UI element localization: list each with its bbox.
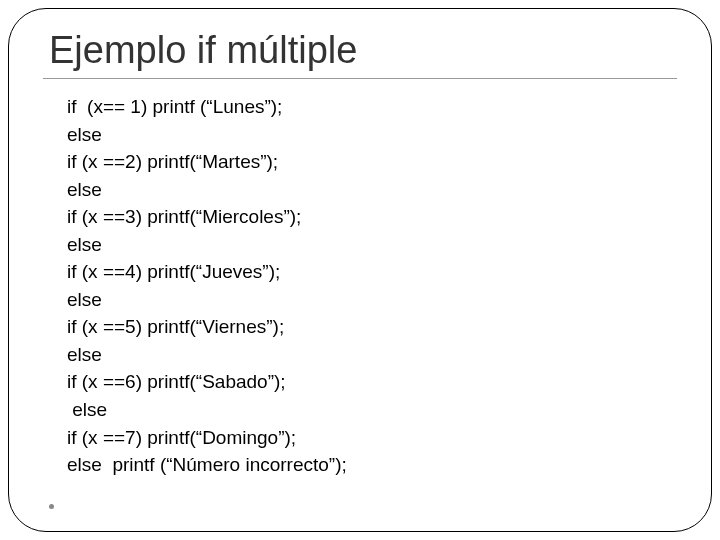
- code-line: else: [67, 176, 681, 204]
- code-line: else: [67, 341, 681, 369]
- code-block: if (x== 1) printf (“Lunes”); else if (x …: [67, 93, 681, 479]
- code-line: else: [67, 396, 681, 424]
- code-line: else: [67, 121, 681, 149]
- code-line: if (x ==6) printf(“Sabado”);: [67, 368, 681, 396]
- code-line: else: [67, 286, 681, 314]
- title-underline: [43, 78, 677, 79]
- code-line: if (x ==7) printf(“Domingo”);: [67, 424, 681, 452]
- footer-decoration: [49, 504, 54, 509]
- code-line: if (x ==2) printf(“Martes”);: [67, 148, 681, 176]
- code-line: if (x== 1) printf (“Lunes”);: [67, 93, 681, 121]
- code-line: if (x ==5) printf(“Viernes”);: [67, 313, 681, 341]
- code-line: else: [67, 231, 681, 259]
- code-line: if (x ==4) printf(“Jueves”);: [67, 258, 681, 286]
- code-line: if (x ==3) printf(“Miercoles”);: [67, 203, 681, 231]
- slide-title: Ejemplo if múltiple: [49, 29, 681, 72]
- slide-frame: Ejemplo if múltiple if (x== 1) printf (“…: [8, 8, 712, 532]
- code-line: else printf (“Número incorrecto”);: [67, 451, 681, 479]
